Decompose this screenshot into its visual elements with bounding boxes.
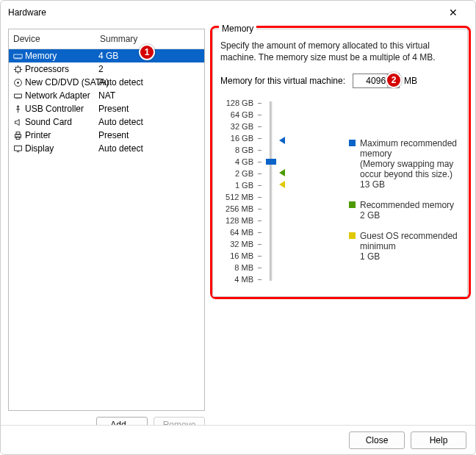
legend-max: Maximum recommended memory (Memory swapp… bbox=[349, 138, 474, 190]
legend-rec-title: Recommended memory bbox=[360, 200, 454, 210]
tick-label: 64 GB bbox=[231, 110, 262, 119]
device-row-cpu[interactable]: Processors2 bbox=[9, 62, 204, 76]
slider-ticks: 128 GB64 GB32 GB16 GB8 GB4 GB2 GB1 GB512… bbox=[220, 101, 264, 293]
legend-min-value: 1 GB bbox=[360, 251, 474, 262]
left-panel: Device Summary Memory4 GBProcessors2New … bbox=[8, 29, 205, 433]
tick-label: 32 MB bbox=[230, 240, 262, 248]
usb-icon bbox=[12, 104, 24, 114]
display-icon bbox=[12, 144, 24, 154]
device-name: Printer bbox=[25, 130, 98, 140]
dialog-footer: Close Help bbox=[1, 425, 475, 454]
svg-rect-8 bbox=[14, 146, 21, 151]
device-row-usb[interactable]: USB ControllerPresent bbox=[9, 102, 204, 115]
close-icon[interactable]: ✕ bbox=[439, 4, 468, 21]
tick-label: 16 GB bbox=[231, 134, 262, 143]
device-name: Sound Card bbox=[25, 117, 98, 127]
printer-icon bbox=[12, 131, 24, 140]
tick-label: 128 MB bbox=[226, 216, 262, 225]
svg-rect-4 bbox=[14, 94, 21, 98]
legend-rec: Recommended memory 2 GB bbox=[349, 200, 474, 221]
memory-slider-area: 128 GB64 GB32 GB16 GB8 GB4 GB2 GB1 GB512… bbox=[220, 101, 460, 293]
device-summary: NAT bbox=[98, 90, 201, 101]
tick-label: 32 GB bbox=[231, 122, 262, 131]
legend-min-swatch bbox=[349, 232, 356, 239]
header-summary: Summary bbox=[100, 34, 200, 44]
legend-max-swatch bbox=[349, 140, 356, 146]
slider-track[interactable] bbox=[270, 101, 273, 281]
device-summary: Auto detect bbox=[98, 117, 201, 127]
device-row-printer[interactable]: PrinterPresent bbox=[9, 129, 204, 142]
device-name: Memory bbox=[25, 51, 98, 61]
memory-icon bbox=[12, 51, 24, 61]
svg-rect-0 bbox=[13, 54, 21, 58]
memory-input-label: Memory for this virtual machine: bbox=[220, 76, 345, 86]
header-device: Device bbox=[13, 34, 100, 44]
legend-rec-swatch bbox=[349, 201, 356, 208]
memory-input[interactable] bbox=[353, 76, 387, 86]
legend-min-title: Guest OS recommended minimum bbox=[360, 231, 474, 251]
right-panel: Memory Specify the amount of memory allo… bbox=[212, 29, 468, 433]
device-row-disc[interactable]: New CD/DVD (SATA)Auto detect bbox=[9, 76, 204, 89]
legend-rec-value: 2 GB bbox=[360, 210, 474, 221]
device-name: USB Controller bbox=[25, 104, 98, 114]
legend-max-value: 13 GB bbox=[360, 179, 474, 190]
dialog-content: Device Summary Memory4 GBProcessors2New … bbox=[1, 24, 475, 433]
svg-point-3 bbox=[17, 82, 18, 83]
marker-rec-icon bbox=[279, 169, 285, 176]
device-summary: Auto detect bbox=[98, 77, 201, 87]
device-row-net[interactable]: Network AdapterNAT bbox=[9, 89, 204, 102]
tick-label: 64 MB bbox=[230, 228, 262, 237]
tick-label: 4 GB bbox=[235, 157, 262, 166]
tick-label: 512 MB bbox=[226, 193, 262, 201]
svg-rect-6 bbox=[16, 132, 20, 134]
tick-label: 8 GB bbox=[235, 146, 262, 154]
group-label: Memory bbox=[219, 24, 256, 34]
device-summary: Present bbox=[98, 104, 201, 114]
disc-icon bbox=[12, 78, 24, 87]
memory-input-row: Memory for this virtual machine: ▲ ▼ MB bbox=[220, 74, 460, 88]
tick-label: 8 MB bbox=[234, 263, 262, 272]
tick-label: 256 MB bbox=[226, 204, 262, 213]
device-list-header: Device Summary bbox=[9, 29, 204, 49]
device-name: Network Adapter bbox=[25, 90, 98, 101]
tick-label: 128 GB bbox=[226, 98, 262, 107]
device-row-memory[interactable]: Memory4 GB bbox=[9, 49, 204, 62]
window-title: Hardware bbox=[8, 7, 46, 18]
device-list: Device Summary Memory4 GBProcessors2New … bbox=[8, 29, 205, 411]
slider-thumb[interactable] bbox=[266, 159, 276, 165]
spin-up-button[interactable]: ▲ bbox=[388, 74, 398, 81]
device-row-display[interactable]: DisplayAuto detect bbox=[9, 142, 204, 155]
device-summary: Auto detect bbox=[98, 143, 201, 154]
tick-label: 4 MB bbox=[234, 275, 262, 284]
device-name: Display bbox=[25, 143, 98, 154]
legend: Maximum recommended memory (Memory swapp… bbox=[349, 138, 474, 272]
device-summary: 2 bbox=[98, 64, 201, 74]
device-name: Processors bbox=[25, 64, 98, 74]
cpu-icon bbox=[12, 65, 24, 74]
legend-max-note: (Memory swapping may occur beyond this s… bbox=[360, 159, 474, 179]
memory-unit: MB bbox=[404, 76, 417, 86]
memory-description: Specify the amount of memory allocated t… bbox=[220, 40, 460, 63]
help-button[interactable]: Help bbox=[411, 431, 466, 449]
tick-label: 2 GB bbox=[235, 169, 262, 178]
marker-max-icon bbox=[279, 137, 285, 144]
net-icon bbox=[12, 91, 24, 101]
slider-track-col bbox=[264, 101, 276, 293]
slider-markers bbox=[276, 101, 298, 293]
sound-icon bbox=[12, 118, 24, 127]
memory-spinbox[interactable]: ▲ ▼ bbox=[353, 74, 400, 88]
device-row-sound[interactable]: Sound CardAuto detect bbox=[9, 115, 204, 129]
device-name: New CD/DVD (SATA) bbox=[25, 77, 98, 87]
device-summary: Present bbox=[98, 130, 201, 140]
marker-min-icon bbox=[279, 181, 285, 188]
device-summary: 4 GB bbox=[98, 51, 201, 61]
tick-label: 1 GB bbox=[235, 181, 262, 190]
legend-min: Guest OS recommended minimum 1 GB bbox=[349, 231, 474, 262]
legend-max-title: Maximum recommended memory bbox=[360, 138, 474, 159]
svg-rect-1 bbox=[15, 67, 21, 72]
spin-down-button[interactable]: ▼ bbox=[388, 81, 398, 87]
titlebar: Hardware ✕ bbox=[1, 1, 475, 24]
tick-label: 16 MB bbox=[230, 251, 262, 260]
close-button[interactable]: Close bbox=[349, 431, 405, 449]
memory-group: Memory Specify the amount of memory allo… bbox=[212, 29, 468, 297]
